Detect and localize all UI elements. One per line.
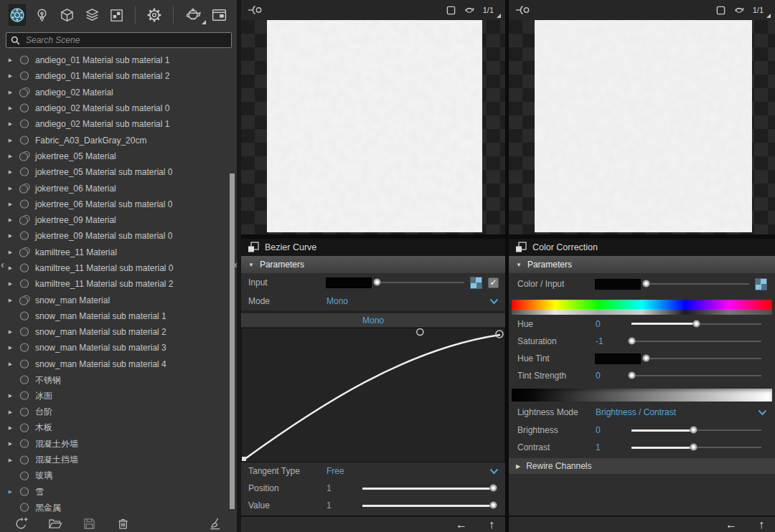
material-list-item[interactable]: ▶ snow_man Material sub material 3 <box>0 340 237 356</box>
sample-page-indicator[interactable]: 1/1 <box>753 6 769 14</box>
lightness-mode-value[interactable]: Brightness / Contrast <box>596 407 676 417</box>
expand-arrow-icon[interactable]: ▶ <box>7 457 14 463</box>
expand-arrow-icon[interactable]: ▶ <box>7 361 14 367</box>
material-list-item[interactable]: ▶ 黑金属 <box>0 500 237 516</box>
value-slider[interactable] <box>362 500 493 511</box>
search-input[interactable] <box>24 34 227 46</box>
expand-arrow-icon[interactable]: ▶ <box>7 233 14 239</box>
input-slider[interactable] <box>377 277 464 288</box>
dropdown-chevron-icon[interactable] <box>758 409 767 416</box>
rewire-channels-section-header[interactable]: ▶ Rewire Channels <box>509 458 775 474</box>
expand-arrow-icon[interactable]: ▶ <box>7 201 14 207</box>
expand-arrow-icon[interactable]: ▶ <box>7 138 14 143</box>
slider-knob[interactable] <box>692 320 700 328</box>
material-list-item[interactable]: ▶ kamiltree_11 Material <box>0 244 237 260</box>
value-value[interactable]: 1 <box>327 500 362 510</box>
material-list-item[interactable]: ▶ 木板 <box>0 420 237 436</box>
sample-shape-icon[interactable] <box>716 6 725 15</box>
slider-knob[interactable] <box>489 484 497 492</box>
collapse-sidebar-chevron-icon[interactable]: ‹ <box>234 258 238 270</box>
hue-tint-swatch[interactable] <box>596 354 640 364</box>
material-list-item[interactable]: ▶ snow_man Material sub material 1 <box>0 308 237 324</box>
color-input-slider[interactable] <box>646 278 749 290</box>
material-list-item[interactable]: ▶ 玻璃 <box>0 468 237 484</box>
render-sample-teapot-icon[interactable] <box>733 4 746 16</box>
hue-value[interactable]: 0 <box>596 319 631 329</box>
expand-arrow-icon[interactable]: ▶ <box>7 329 14 335</box>
go-back-arrow-icon[interactable]: ← <box>725 519 737 531</box>
clean-unused-icon[interactable] <box>208 517 222 531</box>
material-ball-button[interactable] <box>9 4 26 26</box>
go-back-arrow-icon[interactable]: ← <box>456 519 467 531</box>
slider-knob[interactable] <box>690 426 698 434</box>
bezier-curve-line[interactable] <box>244 335 500 460</box>
expand-arrow-icon[interactable]: ▶ <box>7 489 14 495</box>
texture-swatch-1[interactable] <box>267 20 482 232</box>
input-map-button[interactable] <box>470 277 482 289</box>
maps-button[interactable] <box>108 4 126 26</box>
material-list-item[interactable]: ▶ 混凝土外墙 <box>0 436 237 452</box>
render-preview-button[interactable] <box>184 4 202 26</box>
tab-mono[interactable]: Mono <box>362 315 384 326</box>
expand-arrow-icon[interactable]: ▶ <box>7 441 14 447</box>
material-list-item[interactable]: ▶ jokertree_09 Material sub material 0 <box>0 228 237 244</box>
go-to-parent-arrow-icon[interactable]: ↑ <box>489 519 494 531</box>
expand-arrow-icon[interactable]: ▶ <box>7 73 14 79</box>
material-list-item[interactable]: ▶ jokertree_06 Material sub material 0 <box>0 196 237 212</box>
material-list-item[interactable]: ▶ andiego_01 Material sub material 2 <box>0 68 237 84</box>
material-list-item[interactable]: ▶ snow_man Material <box>0 292 237 308</box>
material-list-item[interactable]: ▶ 混凝土挡墙 <box>0 452 237 467</box>
saturation-slider[interactable] <box>631 336 761 347</box>
slider-knob[interactable] <box>373 278 381 286</box>
slider-knob[interactable] <box>690 443 698 451</box>
material-list-item[interactable]: ▶ jokertree_09 Material <box>0 212 237 228</box>
curve-tangent-handle[interactable] <box>417 329 423 336</box>
tint-strength-value[interactable]: 0 <box>596 371 631 381</box>
slider-knob[interactable] <box>628 337 636 345</box>
expand-arrow-icon[interactable]: ▶ <box>7 281 14 287</box>
new-material-icon[interactable] <box>14 517 28 531</box>
expand-arrow-icon[interactable]: ▶ <box>7 153 14 159</box>
material-list-item[interactable]: ▶ snow_man Material sub material 2 <box>0 324 237 340</box>
expand-arrow-icon[interactable]: ▶ <box>7 90 14 95</box>
go-to-parent-arrow-icon[interactable]: ↑ <box>758 519 764 531</box>
scrollbar-thumb[interactable] <box>230 174 235 509</box>
brightness-value[interactable]: 0 <box>596 425 631 435</box>
material-list-item[interactable]: ▶ 不锈钢 <box>0 372 237 388</box>
contrast-slider[interactable] <box>631 442 761 453</box>
material-list-item[interactable]: ▶ andiego_02 Material sub material 0 <box>0 100 237 116</box>
material-list-item[interactable]: ▶ kamiltree_11 Material sub material 2 <box>0 276 237 292</box>
material-list-item[interactable]: ▶ kamiltree_11 Material sub material 0 <box>0 260 237 276</box>
expand-arrow-icon[interactable]: ▶ <box>7 393 14 399</box>
position-value[interactable]: 1 <box>327 483 362 493</box>
expand-arrow-icon[interactable]: ▶ <box>7 265 14 271</box>
delete-icon[interactable] <box>116 517 130 531</box>
open-folder-icon[interactable] <box>48 517 62 531</box>
mode-value[interactable]: Mono <box>327 296 348 306</box>
slider-knob[interactable] <box>628 371 636 379</box>
geometry-button[interactable] <box>59 4 76 26</box>
contrast-value[interactable]: 1 <box>596 442 631 452</box>
material-list-item[interactable]: ▶ snow_man Material sub material 4 <box>0 356 237 372</box>
color-input-map-button[interactable] <box>755 278 767 290</box>
expand-arrow-icon[interactable]: ▶ <box>7 409 14 415</box>
dropdown-chevron-icon[interactable] <box>489 468 499 475</box>
material-list-item[interactable]: ▶ andiego_02 Material <box>0 85 237 100</box>
material-list-item[interactable]: ▶ Fabric_A03_DarkGray_20cm <box>0 132 237 148</box>
color-input-swatch[interactable] <box>596 280 640 289</box>
slider-knob[interactable] <box>489 501 497 509</box>
input-enable-checkbox[interactable] <box>488 277 499 288</box>
expand-arrow-icon[interactable]: ▶ <box>7 250 14 255</box>
expand-arrow-icon[interactable]: ▶ <box>7 169 14 175</box>
material-list-item[interactable]: ▶ andiego_02 Material sub material 1 <box>0 116 237 132</box>
expand-arrow-icon[interactable]: ▶ <box>7 425 14 431</box>
slider-knob[interactable] <box>642 354 650 362</box>
dropdown-chevron-icon[interactable] <box>489 298 499 305</box>
material-list-item[interactable]: ▶ 冰面 <box>0 388 237 404</box>
hue-tint-slider[interactable] <box>646 353 761 364</box>
hue-spectrum-bar[interactable] <box>512 300 772 309</box>
texture-swatch-2[interactable] <box>535 20 752 232</box>
slider-knob[interactable] <box>642 280 650 288</box>
tangent-type-value[interactable]: Free <box>327 466 344 476</box>
material-list-item[interactable]: ▶ jokertree_06 Material <box>0 180 237 196</box>
